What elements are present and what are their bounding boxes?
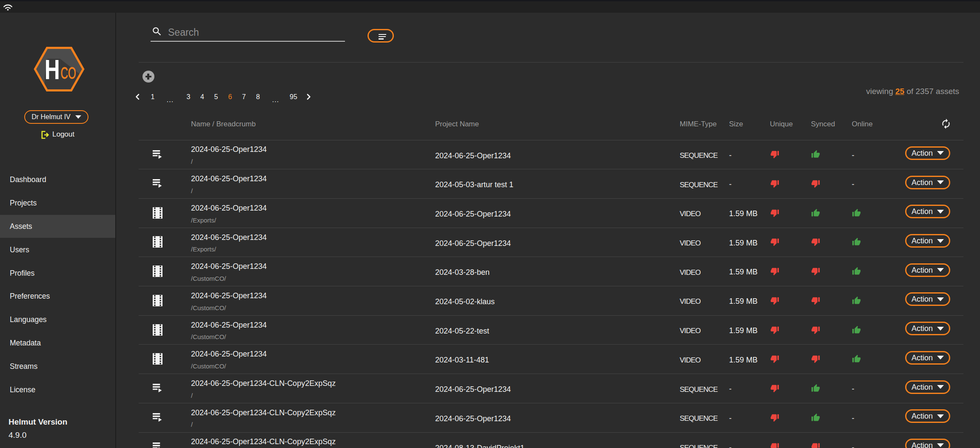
svg-text:CO: CO	[61, 64, 76, 82]
svg-text:H: H	[45, 54, 60, 85]
